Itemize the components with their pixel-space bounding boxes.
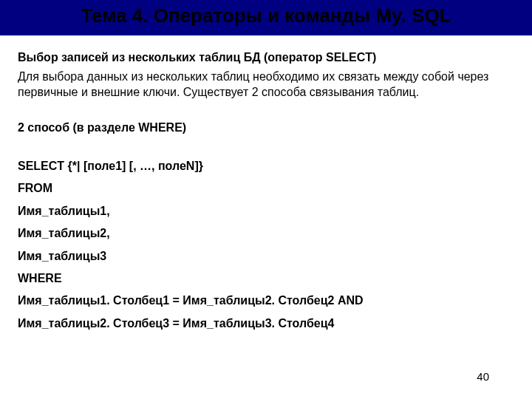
code-line: SELECT {*| [поле1] [, …, полеN]} <box>18 155 514 177</box>
subtitle: Выбор записей из нескольких таблиц БД (о… <box>18 50 514 66</box>
method-title: 2 способ (в разделе WHERE) <box>18 121 514 134</box>
content-area: Выбор записей из нескольких таблиц БД (о… <box>0 35 532 335</box>
code-line: Имя_таблицы2, <box>18 222 514 245</box>
slide-title: Тема 4. Операторы и команды My. SQL <box>0 4 532 27</box>
page-number: 40 <box>477 370 489 383</box>
code-line: Имя_таблицы1. Столбец1 = Имя_таблицы2. С… <box>18 290 514 312</box>
code-line: Имя_таблицы3 <box>18 245 514 267</box>
code-block: SELECT {*| [поле1] [, …, полеN]} FROM Им… <box>18 155 514 335</box>
code-line: Имя_таблицы2. Столбец3 = Имя_таблицы3. С… <box>18 313 514 335</box>
code-line: Имя_таблицы1, <box>18 200 514 222</box>
body-text: Для выбора данных из нескольких таблиц н… <box>18 69 514 100</box>
code-line: WHERE <box>18 267 514 290</box>
code-line: FROM <box>18 177 514 200</box>
